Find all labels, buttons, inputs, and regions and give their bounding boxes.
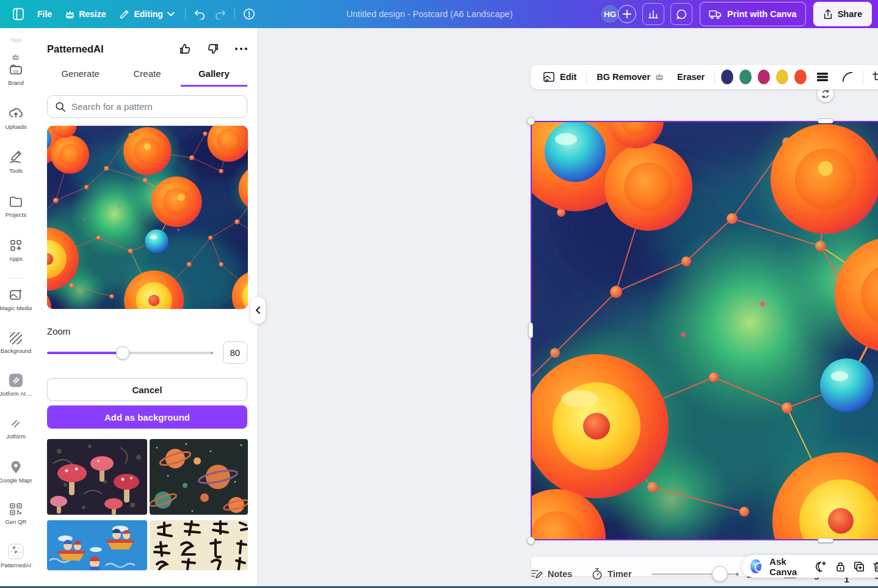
- resize-handle-top-left[interactable]: [527, 117, 535, 125]
- pencil-icon: [119, 9, 129, 20]
- thumbs-down-button[interactable]: [207, 43, 219, 55]
- add-comment-button[interactable]: [815, 561, 827, 572]
- zoom-slider[interactable]: [47, 346, 212, 360]
- resize-handle-bottom-left[interactable]: [527, 537, 535, 545]
- magic-media-icon: [9, 288, 23, 302]
- tab-create[interactable]: Create: [114, 68, 180, 87]
- crop-icon: [873, 71, 878, 82]
- patternedai-panel: PatternedAI Generate Create Gallery: [32, 28, 258, 588]
- selected-pattern-preview[interactable]: [47, 126, 248, 309]
- sidebar-item-background[interactable]: Background: [0, 332, 32, 354]
- canvas-zoom-slider[interactable]: [651, 566, 738, 582]
- sidebar-item-magic-media[interactable]: Magic Media: [0, 288, 32, 311]
- color-swatch-3[interactable]: [758, 70, 770, 84]
- divider: [586, 70, 587, 84]
- sidebar-item-jotform-ai[interactable]: Jotform AI ...: [0, 373, 32, 397]
- duplicate-button[interactable]: [854, 561, 865, 572]
- edit-image-button[interactable]: Edit: [539, 71, 580, 82]
- color-swatch-4[interactable]: [776, 70, 788, 84]
- sidebar-item-patternedai[interactable]: P··P··· PatternedAI: [0, 543, 32, 568]
- comments-button[interactable]: [670, 3, 692, 25]
- divider: [9, 278, 23, 278]
- sidebar-item-gen-qr[interactable]: Gen QR: [0, 503, 32, 525]
- sidebar-item-brand[interactable]: co Brand: [0, 62, 32, 86]
- stopwatch-icon: [592, 568, 603, 580]
- adjust-button[interactable]: [813, 72, 832, 82]
- color-swatch-1[interactable]: [721, 70, 733, 84]
- crop-button[interactable]: [869, 71, 878, 82]
- panel-more-button[interactable]: [235, 48, 247, 50]
- canvas-zoom-knob[interactable]: [712, 566, 728, 582]
- chevron-left-icon: [255, 307, 261, 314]
- pattern-search[interactable]: [47, 95, 247, 118]
- jotform-ai-icon: [9, 373, 23, 388]
- avatar[interactable]: HG: [600, 4, 620, 24]
- ask-canva-label[interactable]: Ask Canva: [769, 556, 807, 577]
- corner-rounding-button[interactable]: [838, 71, 857, 82]
- insights-button[interactable]: [642, 3, 664, 25]
- resize-handle-top[interactable]: [818, 118, 833, 123]
- comment-bubble-icon: [676, 9, 688, 20]
- thumbs-up-icon: [179, 43, 191, 55]
- thumbs-down-icon: [207, 43, 219, 55]
- svg-text:·: ·: [13, 554, 14, 558]
- print-with-canva-button[interactable]: Print with Canva: [700, 2, 806, 26]
- color-swatch-5[interactable]: [794, 70, 807, 84]
- sidebar-item-text[interactable]: Text: [0, 34, 32, 43]
- add-people-button[interactable]: [618, 5, 636, 23]
- bg-remover-button[interactable]: BG Remover: [593, 72, 667, 82]
- sidebar-item-projects[interactable]: Projects: [0, 194, 32, 218]
- app-rail: Text co Brand Uploads Tools Projects App…: [0, 28, 32, 588]
- sidebar-item-uploads[interactable]: Uploads: [0, 106, 32, 130]
- arc-icon: [842, 71, 853, 82]
- zoom-value-field[interactable]: 80: [223, 341, 248, 364]
- tab-gallery[interactable]: Gallery: [181, 68, 247, 87]
- divider: [714, 70, 715, 84]
- timer-button[interactable]: Timer: [592, 568, 631, 580]
- lock-button[interactable]: [835, 561, 846, 572]
- sidebar-item-tools[interactable]: Tools: [0, 150, 32, 174]
- cancel-button[interactable]: Cancel: [47, 378, 247, 401]
- color-swatch-2[interactable]: [739, 70, 752, 84]
- svg-text:·: ·: [20, 550, 21, 554]
- eraser-button[interactable]: Eraser: [673, 72, 708, 82]
- redo-button[interactable]: [210, 4, 231, 24]
- gallery-thumb-mushrooms[interactable]: [47, 439, 147, 515]
- delete-button[interactable]: [873, 561, 878, 572]
- undo-button[interactable]: [189, 4, 210, 24]
- gallery-thumb-calligraphy[interactable]: [150, 520, 248, 570]
- zoom-slider-fill: [47, 352, 123, 354]
- search-input[interactable]: [71, 101, 239, 112]
- share-icon: [823, 9, 833, 20]
- canva-home-button[interactable]: [6, 4, 31, 24]
- gallery-thumb-planets[interactable]: [150, 439, 248, 515]
- levels-icon: [816, 72, 829, 82]
- editing-mode-dropdown[interactable]: Editing: [112, 4, 181, 24]
- ask-canva-icon: [750, 559, 761, 573]
- canva-editor: File Resize Editing Untitled design - Po…: [0, 0, 878, 588]
- zoom-slider-knob[interactable]: [116, 346, 129, 360]
- tab-generate[interactable]: Generate: [47, 68, 114, 87]
- canva-logo-icon: [11, 7, 26, 21]
- panel-collapse-button[interactable]: [250, 297, 266, 324]
- gallery-thumb-sailor-kids[interactable]: [47, 520, 147, 570]
- design-title[interactable]: Untitled design - Postcard (A6 Landscape…: [259, 9, 600, 19]
- design-canvas-image[interactable]: [531, 121, 878, 540]
- resize-button[interactable]: Resize: [59, 4, 112, 24]
- add-as-background-button[interactable]: Add as background: [47, 405, 247, 429]
- notes-button[interactable]: Notes: [531, 568, 572, 579]
- sidebar-item-jotform[interactable]: Jotform: [0, 417, 32, 440]
- document-alerts-button[interactable]: [239, 4, 259, 24]
- brand-icon: co: [9, 62, 23, 77]
- file-menu-button[interactable]: File: [31, 4, 59, 24]
- thumbs-up-button[interactable]: [179, 43, 191, 55]
- resize-handle-bottom[interactable]: [818, 538, 833, 543]
- sidebar-item-google-maps[interactable]: Google Maps: [0, 460, 32, 484]
- svg-text:P: P: [13, 546, 16, 550]
- divider: [234, 8, 235, 20]
- sidebar-item-apps[interactable]: Apps: [0, 238, 32, 262]
- crown-icon: [655, 73, 664, 81]
- ellipsis-icon: [235, 48, 247, 50]
- share-button[interactable]: Share: [813, 2, 872, 26]
- resize-handle-left[interactable]: [528, 322, 533, 338]
